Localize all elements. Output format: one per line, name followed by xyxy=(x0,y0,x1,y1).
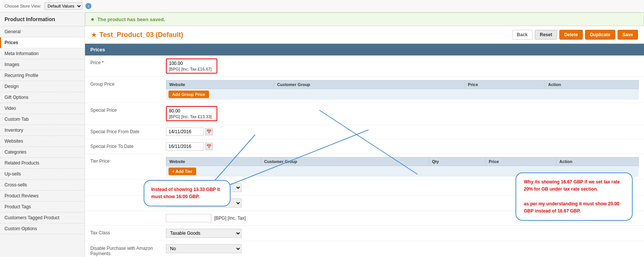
tax-class-select[interactable]: Taxable Goods xyxy=(166,229,242,238)
sidebar-item-websites[interactable]: Websites xyxy=(0,136,85,147)
tax-class-row: Tax Class Taxable Goods xyxy=(85,226,644,241)
tax-input[interactable] xyxy=(166,214,211,222)
disable-purchase-select[interactable]: No xyxy=(166,244,242,253)
special-price-field: [BPG] [Inc. Tax £13.33] xyxy=(166,106,639,121)
section-header: Prices xyxy=(85,44,644,55)
alert-message: The product has been saved. xyxy=(98,17,165,22)
callout-right-text: Why its showing 16.67 GBP if we set tax … xyxy=(524,179,620,214)
sidebar-item-custom-tab[interactable]: Custom Tab xyxy=(0,114,85,125)
page-header: ★ Test_Product_03 (Default) Back Reset D… xyxy=(85,26,644,44)
tier-col-qty: Qty xyxy=(429,157,485,166)
group-price-label: Group Price xyxy=(90,80,166,87)
add-tier-button[interactable]: + Add Tier xyxy=(169,168,197,175)
content-area: ● The product has been saved. ★ Test_Pro… xyxy=(85,12,644,257)
tax-class-label xyxy=(90,214,166,215)
special-price-row: Special Price [BPG] [Inc. Tax £13.33] xyxy=(85,103,644,125)
reset-button[interactable]: Reset xyxy=(535,30,557,40)
tier-price-label: Tier Price xyxy=(90,157,166,164)
delete-button[interactable]: Delete xyxy=(559,30,583,40)
add-group-price-button[interactable]: Add Group Price xyxy=(169,91,209,98)
special-price-to-label: Special Price To Date xyxy=(90,142,166,149)
special-price-tax: [BPG] [Inc. Tax £13.33] xyxy=(169,114,214,119)
tier-col-customer-group: Customer Group xyxy=(261,157,429,166)
special-price-input-box: [BPG] [Inc. Tax £13.33] xyxy=(166,106,217,121)
calendar-icon-from[interactable]: 📅 xyxy=(205,128,213,135)
group-price-table: Website Customer Group Price Action Add … xyxy=(166,80,639,100)
special-price-from-label: Special Price From Date xyxy=(90,128,166,134)
special-price-to-field: 📅 xyxy=(166,142,639,151)
product-title: Test_Product_03 (Default) xyxy=(99,31,183,39)
price-label: Price * xyxy=(90,58,166,65)
price-input-box: [BPG] [Inc. Tax £16.67] xyxy=(166,58,217,74)
sidebar-item-gift-options[interactable]: Gift Options xyxy=(0,92,85,103)
sidebar-item-recurring-profile[interactable]: Recurring Profile xyxy=(0,70,85,81)
sidebar-item-video[interactable]: Video xyxy=(0,103,85,114)
tier-col-action: Action xyxy=(556,157,639,166)
special-price-input[interactable] xyxy=(169,108,214,114)
sidebar-item-up-sells[interactable]: Up-sells xyxy=(0,169,85,180)
col-action: Action xyxy=(545,80,639,89)
back-button[interactable]: Back xyxy=(512,30,533,40)
col-price: Price xyxy=(464,80,545,89)
sidebar-item-general[interactable]: General xyxy=(0,26,85,37)
special-price-to-row: Special Price To Date 📅 xyxy=(85,139,644,154)
sidebar-item-custom-options[interactable]: Custom Options xyxy=(0,223,85,234)
sidebar: Product Information GeneralPricesMeta In… xyxy=(0,12,85,257)
alert-success: ● The product has been saved. xyxy=(85,12,644,26)
tier-col-website: Website xyxy=(166,157,261,166)
calendar-icon-to[interactable]: 📅 xyxy=(205,143,213,150)
sidebar-item-design[interactable]: Design xyxy=(0,81,85,92)
tax-inc-label: [BPG] [Inc. Tax] xyxy=(214,215,246,221)
sidebar-item-inventory[interactable]: Inventory xyxy=(0,125,85,136)
sidebar-item-cross-sells[interactable]: Cross-sells xyxy=(0,180,85,191)
product-star-icon: ★ xyxy=(91,31,96,38)
group-price-field: Website Customer Group Price Action Add … xyxy=(166,80,639,100)
disable-purchase-field: No xyxy=(166,244,639,253)
price-input[interactable] xyxy=(169,61,214,66)
info-icon[interactable]: i xyxy=(85,3,91,9)
price-required: * xyxy=(102,60,104,65)
tier-col-price: Price xyxy=(486,157,556,166)
special-price-from-input[interactable] xyxy=(166,128,204,136)
group-price-row: Group Price Website Customer Group Price… xyxy=(85,77,644,103)
callout-left-bubble: Instead of showing 13.33 GBP it must sho… xyxy=(144,180,231,206)
sidebar-item-product-tags[interactable]: Product Tags xyxy=(0,202,85,212)
disable-purchase-label: Disable Purchase with Amazon Payments xyxy=(90,244,166,256)
disable-purchase-row: Disable Purchase with Amazon Payments No xyxy=(85,241,644,257)
sidebar-item-meta-information[interactable]: Meta Information xyxy=(0,48,85,59)
sidebar-item-images[interactable]: Images xyxy=(0,59,85,70)
sidebar-items: GeneralPricesMeta InformationImagesRecur… xyxy=(0,26,85,234)
callout-right-bubble: Why its showing 16.67 GBP if we set tax … xyxy=(516,172,633,221)
sidebar-item-product-reviews[interactable]: Product Reviews xyxy=(0,191,85,202)
special-price-from-row: Special Price From Date 📅 xyxy=(85,125,644,139)
tax-class-field: Taxable Goods xyxy=(166,229,639,238)
tax-class-form-label: Tax Class xyxy=(90,229,166,235)
store-view-label: Choose Store View: xyxy=(5,4,41,8)
check-icon: ● xyxy=(91,16,94,23)
special-price-to-input[interactable] xyxy=(166,142,204,151)
special-price-from-date: 📅 xyxy=(166,128,639,136)
sidebar-title: Product Information xyxy=(0,12,85,26)
prices-form: Price * [BPG] [Inc. Tax £16.67] Group Pr… xyxy=(85,55,644,257)
price-row: Price * [BPG] [Inc. Tax £16.67] xyxy=(85,55,644,77)
special-price-from-field: 📅 xyxy=(166,128,639,136)
product-title-area: ★ Test_Product_03 (Default) xyxy=(91,31,183,39)
save-button[interactable]: Save xyxy=(618,30,638,40)
price-field: [BPG] [Inc. Tax £16.67] xyxy=(166,58,639,74)
col-customer-group: Customer Group xyxy=(274,80,465,89)
price-tax: [BPG] [Inc. Tax £16.67] xyxy=(169,67,214,71)
special-price-label: Special Price xyxy=(90,106,166,113)
sidebar-item-categories[interactable]: Categories xyxy=(0,147,85,158)
special-price-to-date: 📅 xyxy=(166,142,639,151)
col-website: Website xyxy=(166,80,274,89)
header-buttons: Back Reset Delete Duplicate Save xyxy=(512,30,638,40)
store-view-select[interactable]: Default Values xyxy=(44,2,82,10)
sidebar-item-related-products[interactable]: Related Products xyxy=(0,158,85,169)
duplicate-button[interactable]: Duplicate xyxy=(585,30,615,40)
top-bar: Choose Store View: Default Values i xyxy=(0,0,644,12)
sidebar-item-customers-tagged[interactable]: Customers Tagged Product xyxy=(0,212,85,223)
sidebar-item-prices[interactable]: Prices xyxy=(0,37,85,48)
